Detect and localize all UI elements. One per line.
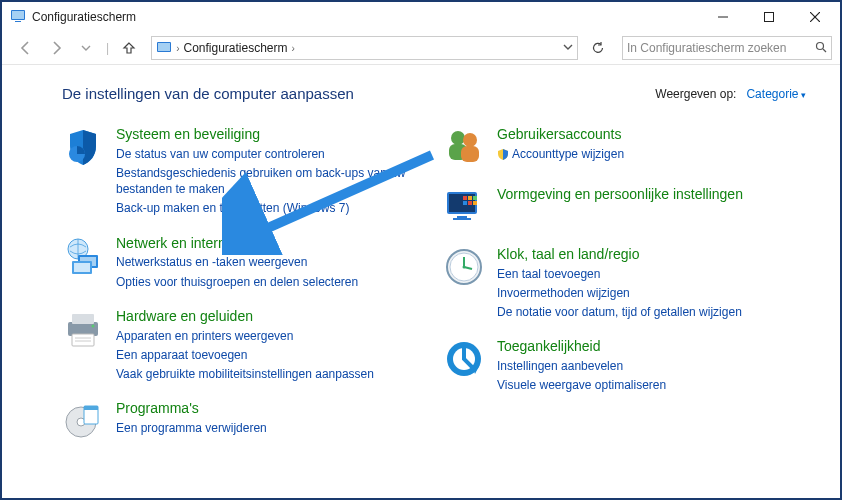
category-link[interactable]: Apparaten en printers weergeven	[116, 328, 374, 344]
svg-rect-26	[84, 406, 98, 410]
category-hardware-sound: Hardware en geluiden Apparaten en printe…	[62, 308, 425, 382]
nav-forward-button[interactable]	[44, 36, 68, 60]
category-link[interactable]: De notatie voor datum, tijd of getallen …	[497, 304, 742, 320]
svg-rect-2	[15, 21, 21, 22]
svg-rect-1	[12, 11, 24, 19]
title-bar: Configuratiescherm	[2, 2, 840, 32]
control-panel-icon	[10, 8, 26, 27]
accessibility-icon	[443, 338, 485, 380]
category-link[interactable]: Invoermethoden wijzigen	[497, 285, 742, 301]
category-title[interactable]: Klok, taal en land/regio	[497, 246, 742, 263]
category-title[interactable]: Netwerk en internet	[116, 235, 358, 252]
svg-rect-38	[463, 201, 467, 205]
svg-rect-16	[74, 263, 90, 272]
programs-disc-icon	[62, 400, 104, 442]
control-panel-icon	[156, 40, 172, 56]
svg-point-9	[817, 42, 824, 49]
nav-recent-dropdown[interactable]	[74, 36, 98, 60]
svg-point-20	[92, 324, 95, 327]
category-link[interactable]: Accounttype wijzigen	[497, 146, 624, 164]
category-link[interactable]: Een apparaat toevoegen	[116, 347, 374, 363]
category-network-internet: Netwerk en internet Netwerkstatus en -ta…	[62, 235, 425, 290]
monitor-appearance-icon	[443, 186, 485, 228]
svg-rect-37	[473, 196, 477, 200]
category-appearance: Vormgeving en persoonlijke instellingen	[443, 186, 806, 228]
category-link[interactable]: Visuele weergave optimaliseren	[497, 377, 666, 393]
globe-network-icon	[62, 235, 104, 277]
category-link[interactable]: Instellingen aanbevelen	[497, 358, 666, 374]
breadcrumb-root[interactable]: Configuratiescherm	[183, 41, 287, 55]
shield-icon	[62, 126, 104, 168]
search-placeholder: In Configuratiescherm zoeken	[627, 41, 815, 55]
category-link[interactable]: Opties voor thuisgroepen en delen select…	[116, 274, 358, 290]
category-ease-of-access: Toegankelijkheid Instellingen aanbevelen…	[443, 338, 806, 393]
chevron-right-icon: ›	[176, 43, 179, 54]
svg-point-27	[451, 131, 465, 145]
printer-icon	[62, 308, 104, 350]
svg-rect-30	[461, 146, 479, 162]
category-title[interactable]: Systeem en beveiliging	[116, 126, 425, 143]
category-title[interactable]: Programma's	[116, 400, 267, 417]
breadcrumb[interactable]: › Configuratiescherm ›	[151, 36, 578, 60]
svg-line-10	[823, 49, 826, 52]
categories-grid: Systeem en beveiliging De status van uw …	[62, 126, 806, 442]
svg-rect-36	[468, 196, 472, 200]
page-heading: De instellingen van de computer aanpasse…	[62, 85, 354, 102]
category-title[interactable]: Gebruikersaccounts	[497, 126, 624, 143]
categories-right-column: Gebruikersaccounts Accounttype wijzigen …	[443, 126, 806, 442]
refresh-button[interactable]	[586, 37, 610, 59]
svg-rect-33	[457, 216, 467, 218]
title-bar-left: Configuratiescherm	[10, 8, 136, 27]
category-programs: Programma's Een programma verwijderen	[62, 400, 425, 442]
search-input[interactable]: In Configuratiescherm zoeken	[622, 36, 832, 60]
window-controls	[700, 2, 838, 32]
minimize-button[interactable]	[700, 2, 746, 32]
svg-rect-40	[473, 201, 477, 205]
users-icon	[443, 126, 485, 168]
clock-icon	[443, 246, 485, 288]
nav-back-button[interactable]	[14, 36, 38, 60]
nav-separator: |	[104, 41, 111, 55]
uac-shield-icon	[497, 148, 509, 164]
search-icon	[815, 41, 827, 56]
category-link[interactable]: Back-up maken en terugzetten (Windows 7)	[116, 200, 425, 216]
svg-point-29	[463, 133, 477, 147]
categories-left-column: Systeem en beveiliging De status van uw …	[62, 126, 425, 442]
category-title[interactable]: Toegankelijkheid	[497, 338, 666, 355]
category-link[interactable]: Een taal toevoegen	[497, 266, 742, 282]
chevron-right-icon: ›	[292, 43, 295, 54]
content-area: De instellingen van de computer aanpasse…	[2, 65, 840, 442]
category-title[interactable]: Hardware en geluiden	[116, 308, 374, 325]
svg-rect-19	[72, 334, 94, 346]
view-by-dropdown[interactable]: Categorie	[746, 87, 806, 101]
category-link[interactable]: De status van uw computer controleren	[116, 146, 425, 162]
svg-rect-39	[468, 201, 472, 205]
svg-rect-4	[765, 13, 774, 22]
svg-rect-35	[463, 196, 467, 200]
category-title[interactable]: Vormgeving en persoonlijke instellingen	[497, 186, 743, 203]
category-clock-language-region: Klok, taal en land/regio Een taal toevoe…	[443, 246, 806, 320]
category-system-security: Systeem en beveiliging De status van uw …	[62, 126, 425, 217]
svg-rect-8	[158, 43, 170, 51]
svg-point-45	[463, 266, 466, 269]
category-link[interactable]: Vaak gebruikte mobiliteitsinstellingen a…	[116, 366, 374, 382]
category-link[interactable]: Netwerkstatus en -taken weergeven	[116, 254, 358, 270]
close-button[interactable]	[792, 2, 838, 32]
svg-rect-18	[72, 314, 94, 324]
view-by-label: Weergeven op:	[655, 87, 736, 101]
breadcrumb-dropdown[interactable]	[563, 42, 573, 54]
maximize-button[interactable]	[746, 2, 792, 32]
svg-rect-34	[453, 218, 471, 220]
view-by: Weergeven op: Categorie	[655, 87, 806, 101]
category-link[interactable]: Bestandsgeschiedenis gebruiken om back-u…	[116, 165, 425, 197]
nav-up-button[interactable]	[117, 36, 141, 60]
content-header: De instellingen van de computer aanpasse…	[62, 85, 806, 102]
category-user-accounts: Gebruikersaccounts Accounttype wijzigen	[443, 126, 806, 168]
nav-bar: | › Configuratiescherm › In Configuratie…	[2, 32, 840, 65]
category-link[interactable]: Een programma verwijderen	[116, 420, 267, 436]
window-title: Configuratiescherm	[32, 10, 136, 24]
